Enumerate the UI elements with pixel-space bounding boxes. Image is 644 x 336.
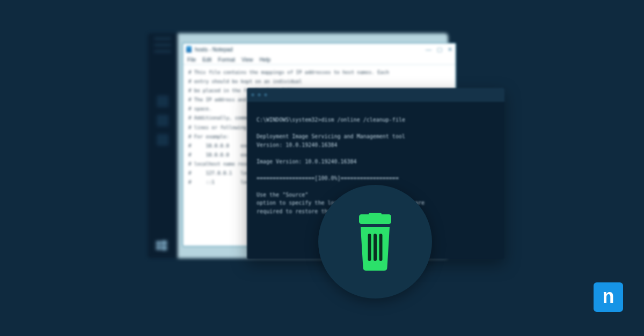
svg-rect-5 (369, 213, 382, 216)
maximize-icon[interactable]: ▢ (437, 46, 442, 53)
svg-rect-2 (156, 246, 161, 250)
svg-rect-8 (379, 234, 383, 261)
brand-logo: n (594, 282, 623, 312)
notepad-window-controls[interactable]: — ▢ ✕ (426, 46, 452, 53)
svg-rect-3 (162, 246, 167, 250)
notepad-menubar[interactable]: File Edit Format View Help (183, 55, 456, 65)
windows-logo-icon (156, 240, 167, 251)
menu-format[interactable]: Format (218, 57, 235, 63)
trash-icon (349, 212, 401, 272)
menu-file[interactable]: File (187, 57, 196, 63)
svg-rect-1 (162, 241, 167, 245)
svg-rect-0 (156, 241, 161, 245)
notepad-title: hosts - Notepad (195, 47, 233, 53)
menu-edit[interactable]: Edit (202, 57, 211, 63)
terminal-titlebar[interactable] (247, 88, 504, 102)
svg-rect-7 (374, 234, 377, 261)
menu-help[interactable]: Help (260, 57, 271, 63)
trash-badge (318, 185, 432, 298)
minimize-icon[interactable]: — (426, 46, 431, 53)
svg-rect-6 (368, 234, 371, 261)
notepad-doc-icon (186, 46, 192, 53)
brand-letter: n (603, 287, 614, 306)
menu-view[interactable]: View (241, 57, 253, 63)
close-icon[interactable]: ✕ (448, 46, 452, 53)
desktop-sidebar (148, 33, 178, 258)
